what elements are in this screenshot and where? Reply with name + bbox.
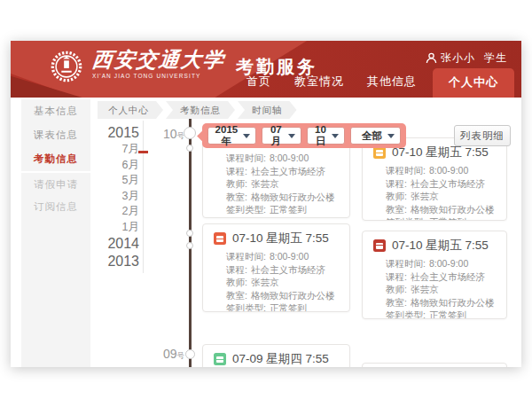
university-seal-icon <box>50 50 83 83</box>
sidebar-item-attendance[interactable]: 考勤信息 <box>21 147 90 171</box>
card-pointer <box>362 147 367 157</box>
attendance-status-icon <box>214 353 226 365</box>
sidebar-item-schedule[interactable]: 课表信息 <box>21 123 90 147</box>
attendance-card-partial <box>362 363 507 367</box>
sidebar: 基本信息 课表信息 考勤信息 请假申请 订阅信息 <box>21 99 90 367</box>
nav-item-other-info[interactable]: 其他信息 <box>360 74 424 98</box>
nav-item-home[interactable]: 首页 <box>239 74 278 98</box>
active-month-marker <box>138 151 148 153</box>
list-detail-button[interactable]: 列表明细 <box>454 125 511 146</box>
user-role: 学生 <box>484 51 507 66</box>
card-date: 07-10 星期五 7:55 <box>232 231 329 246</box>
filter-bar: 2015年 07月 10日 全部 <box>202 123 406 148</box>
timeline-scale: 2015 7月 6月 5月 3月 2月 1月 2014 2013 <box>95 124 139 270</box>
card-date: 07-10 星期五 7:55 <box>392 238 489 254</box>
breadcrumb-timeline[interactable]: 时间轴 <box>238 101 297 119</box>
card-date: 07-10 星期五 7:55 <box>392 145 489 160</box>
university-name-cn: 西安交通大学 <box>91 48 227 71</box>
month-dropdown[interactable]: 07月 <box>262 127 301 145</box>
attendance-card: 07-09 星期四 7:55 <box>202 344 350 367</box>
timeline-node-day10-major <box>184 127 196 139</box>
caret-down-icon <box>387 134 395 138</box>
timeline-node-small-2 <box>186 230 193 237</box>
scale-month-7[interactable]: 7月 <box>95 142 139 158</box>
nav-item-classrooms[interactable]: 教室情况 <box>287 74 351 98</box>
user-icon <box>426 52 437 64</box>
card-pointer <box>362 240 367 250</box>
caret-down-icon <box>243 134 250 138</box>
scale-year-2014[interactable]: 2014 <box>95 235 139 253</box>
breadcrumb: 个人中心 考勤信息 时间轴 <box>98 101 300 119</box>
user-account[interactable]: 张小小 学生 <box>426 51 507 66</box>
sidebar-item-subscription[interactable]: 订阅信息 <box>21 195 90 219</box>
sidebar-item-leave-request[interactable]: 请假申请 <box>21 171 90 195</box>
scale-year-2015[interactable]: 2015 <box>95 124 139 142</box>
breadcrumb-attendance[interactable]: 考勤信息 <box>166 101 235 119</box>
scale-month-1[interactable]: 1月 <box>95 220 139 236</box>
attendance-status-icon <box>373 146 386 159</box>
breadcrumb-personal-center[interactable]: 个人中心 <box>98 101 163 119</box>
caret-down-icon <box>332 134 339 138</box>
scale-month-3[interactable]: 3月 <box>95 189 139 205</box>
attendance-card: 07-10 星期五 7:55 课程时间:8:00-9:00 课程:社会主义市场经… <box>202 223 350 312</box>
year-dropdown[interactable]: 2015年 <box>207 127 256 145</box>
attendance-status-icon <box>214 232 226 245</box>
main-nav: 首页 教室情况 其他信息 个人中心 <box>239 68 514 98</box>
attendance-card: 07-10 星期五 7:55 课程时间:8:00-9:00 课程:社会主义市场经… <box>362 137 507 221</box>
scale-month-5[interactable]: 5月 <box>95 173 139 189</box>
filter-bar-pointer <box>197 130 208 142</box>
day-marker-10: 10号 <box>145 127 184 142</box>
scale-year-2013[interactable]: 2013 <box>95 253 139 270</box>
scale-divider-line <box>143 121 144 273</box>
user-name: 张小小 <box>441 51 475 66</box>
app-window: 西安交通大学 XI'AN JIAO TONG UNIVERSITY 考勤服务 张… <box>11 41 521 367</box>
card-date: 07-09 星期四 7:55 <box>232 351 329 367</box>
timeline-node-day09-major <box>185 349 195 359</box>
scale-month-6[interactable]: 6月 <box>95 158 139 174</box>
type-dropdown[interactable]: 全部 <box>350 127 401 145</box>
scale-month-2[interactable]: 2月 <box>95 204 139 220</box>
app-header: 西安交通大学 XI'AN JIAO TONG UNIVERSITY 考勤服务 张… <box>11 41 521 98</box>
timeline-node-small-1 <box>186 145 193 152</box>
caret-down-icon <box>288 134 295 138</box>
timeline-node-small-3 <box>186 242 193 249</box>
attendance-card: 07-10 星期五 7:55 课程时间:8:00-9:00 课程:社会主义市场经… <box>362 231 507 319</box>
day-marker-09: 09号 <box>145 347 184 362</box>
nav-item-personal-center[interactable]: 个人中心 <box>433 68 514 98</box>
day-dropdown[interactable]: 10日 <box>307 127 345 145</box>
card-pointer <box>202 233 207 243</box>
university-name-en: XI'AN JIAO TONG UNIVERSITY <box>92 73 225 79</box>
sidebar-item-basic-info[interactable]: 基本信息 <box>21 99 90 123</box>
attendance-status-icon <box>373 239 386 252</box>
card-pointer <box>202 354 207 364</box>
